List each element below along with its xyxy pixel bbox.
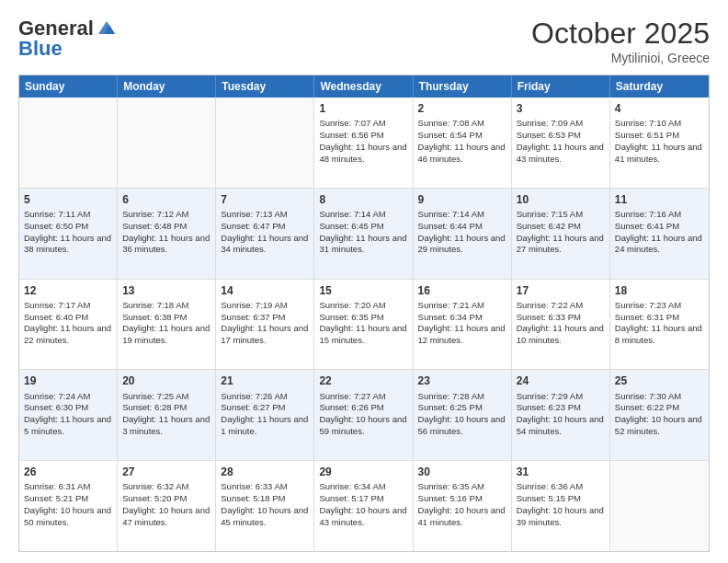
cal-cell-17: 17Sunrise: 7:22 AM Sunset: 6:33 PM Dayli… xyxy=(512,280,610,370)
day-info: Sunrise: 7:16 AM Sunset: 6:41 PM Dayligh… xyxy=(615,209,702,254)
cal-header-wednesday: Wednesday xyxy=(314,75,413,98)
day-number: 26 xyxy=(24,465,112,479)
day-number: 31 xyxy=(517,465,605,479)
day-info: Sunrise: 7:20 AM Sunset: 6:35 PM Dayligh… xyxy=(319,300,406,345)
page: General Blue October 2025 Mytilinioi, Gr… xyxy=(0,0,728,563)
day-number: 8 xyxy=(319,192,407,207)
cal-row-4: 26Sunrise: 6:31 AM Sunset: 5:21 PM Dayli… xyxy=(19,460,709,551)
cal-cell-23: 23Sunrise: 7:28 AM Sunset: 6:25 PM Dayli… xyxy=(414,370,512,460)
cal-row-3: 19Sunrise: 7:24 AM Sunset: 6:30 PM Dayli… xyxy=(19,369,709,460)
month-title: October 2025 xyxy=(531,17,710,51)
day-info: Sunrise: 7:22 AM Sunset: 6:33 PM Dayligh… xyxy=(517,300,604,345)
day-number: 4 xyxy=(615,101,704,116)
day-info: Sunrise: 7:12 AM Sunset: 6:48 PM Dayligh… xyxy=(122,209,210,254)
day-number: 30 xyxy=(418,465,506,479)
cal-cell-8: 8Sunrise: 7:14 AM Sunset: 6:45 PM Daylig… xyxy=(314,189,413,279)
day-number: 6 xyxy=(122,192,210,207)
day-info: Sunrise: 6:34 AM Sunset: 5:17 PM Dayligh… xyxy=(319,481,406,526)
location-subtitle: Mytilinioi, Greece xyxy=(531,51,710,65)
day-number: 24 xyxy=(517,373,605,388)
day-info: Sunrise: 7:11 AM Sunset: 6:50 PM Dayligh… xyxy=(24,209,111,254)
cal-cell-25: 25Sunrise: 7:30 AM Sunset: 6:22 PM Dayli… xyxy=(610,370,709,460)
cal-cell-14: 14Sunrise: 7:19 AM Sunset: 6:37 PM Dayli… xyxy=(216,280,314,370)
day-info: Sunrise: 7:18 AM Sunset: 6:38 PM Dayligh… xyxy=(122,300,210,345)
day-number: 17 xyxy=(517,283,605,298)
day-number: 20 xyxy=(122,373,210,388)
day-info: Sunrise: 6:36 AM Sunset: 5:15 PM Dayligh… xyxy=(517,481,604,526)
cal-cell-5: 5Sunrise: 7:11 AM Sunset: 6:50 PM Daylig… xyxy=(19,189,118,279)
cal-cell-21: 21Sunrise: 7:26 AM Sunset: 6:27 PM Dayli… xyxy=(216,370,314,460)
calendar-body: 1Sunrise: 7:07 AM Sunset: 6:56 PM Daylig… xyxy=(19,98,709,551)
day-info: Sunrise: 6:32 AM Sunset: 5:20 PM Dayligh… xyxy=(122,481,210,526)
day-info: Sunrise: 7:17 AM Sunset: 6:40 PM Dayligh… xyxy=(24,300,111,345)
logo: General Blue xyxy=(18,17,117,61)
day-info: Sunrise: 7:23 AM Sunset: 6:31 PM Dayligh… xyxy=(615,300,702,345)
cal-row-2: 12Sunrise: 7:17 AM Sunset: 6:40 PM Dayli… xyxy=(19,279,709,370)
cal-cell-2: 2Sunrise: 7:08 AM Sunset: 6:54 PM Daylig… xyxy=(414,98,512,188)
cal-cell-28: 28Sunrise: 6:33 AM Sunset: 5:18 PM Dayli… xyxy=(216,461,314,551)
day-info: Sunrise: 7:14 AM Sunset: 6:44 PM Dayligh… xyxy=(418,209,506,254)
day-number: 2 xyxy=(418,101,506,116)
cal-cell-empty xyxy=(19,98,118,188)
cal-header-thursday: Thursday xyxy=(414,75,512,98)
cal-cell-7: 7Sunrise: 7:13 AM Sunset: 6:47 PM Daylig… xyxy=(216,189,314,279)
calendar: SundayMondayTuesdayWednesdayThursdayFrid… xyxy=(18,75,710,552)
cal-cell-4: 4Sunrise: 7:10 AM Sunset: 6:51 PM Daylig… xyxy=(610,98,709,188)
day-number: 18 xyxy=(615,283,704,298)
day-info: Sunrise: 7:08 AM Sunset: 6:54 PM Dayligh… xyxy=(418,118,506,163)
day-number: 3 xyxy=(517,101,605,116)
cal-header-monday: Monday xyxy=(118,75,216,98)
day-number: 21 xyxy=(221,373,309,388)
logo-icon xyxy=(97,17,117,38)
cal-header-sunday: Sunday xyxy=(19,75,118,98)
cal-cell-3: 3Sunrise: 7:09 AM Sunset: 6:53 PM Daylig… xyxy=(512,98,610,188)
day-info: Sunrise: 7:19 AM Sunset: 6:37 PM Dayligh… xyxy=(221,300,308,345)
header: General Blue October 2025 Mytilinioi, Gr… xyxy=(18,17,710,65)
day-number: 10 xyxy=(517,192,605,207)
cal-cell-24: 24Sunrise: 7:29 AM Sunset: 6:23 PM Dayli… xyxy=(512,370,610,460)
cal-cell-13: 13Sunrise: 7:18 AM Sunset: 6:38 PM Dayli… xyxy=(118,280,216,370)
cal-cell-10: 10Sunrise: 7:15 AM Sunset: 6:42 PM Dayli… xyxy=(512,189,610,279)
calendar-header: SundayMondayTuesdayWednesdayThursdayFrid… xyxy=(19,75,709,98)
cal-cell-30: 30Sunrise: 6:35 AM Sunset: 5:16 PM Dayli… xyxy=(414,461,512,551)
day-info: Sunrise: 7:15 AM Sunset: 6:42 PM Dayligh… xyxy=(517,209,604,254)
day-number: 16 xyxy=(418,283,506,298)
day-number: 29 xyxy=(319,465,407,479)
cal-cell-empty xyxy=(610,461,709,551)
day-info: Sunrise: 7:24 AM Sunset: 6:30 PM Dayligh… xyxy=(24,391,111,436)
day-info: Sunrise: 7:30 AM Sunset: 6:22 PM Dayligh… xyxy=(615,391,702,436)
cal-cell-18: 18Sunrise: 7:23 AM Sunset: 6:31 PM Dayli… xyxy=(610,280,709,370)
day-info: Sunrise: 7:10 AM Sunset: 6:51 PM Dayligh… xyxy=(615,118,702,163)
day-info: Sunrise: 7:26 AM Sunset: 6:27 PM Dayligh… xyxy=(221,391,308,436)
title-block: October 2025 Mytilinioi, Greece xyxy=(531,17,710,65)
cal-row-1: 5Sunrise: 7:11 AM Sunset: 6:50 PM Daylig… xyxy=(19,188,709,279)
cal-cell-16: 16Sunrise: 7:21 AM Sunset: 6:34 PM Dayli… xyxy=(414,280,512,370)
day-number: 12 xyxy=(24,283,112,298)
day-number: 7 xyxy=(221,192,309,207)
day-number: 14 xyxy=(221,283,309,298)
day-number: 5 xyxy=(24,192,112,207)
cal-cell-19: 19Sunrise: 7:24 AM Sunset: 6:30 PM Dayli… xyxy=(19,370,118,460)
day-number: 9 xyxy=(418,192,506,207)
cal-cell-22: 22Sunrise: 7:27 AM Sunset: 6:26 PM Dayli… xyxy=(314,370,413,460)
day-number: 13 xyxy=(122,283,210,298)
cal-cell-12: 12Sunrise: 7:17 AM Sunset: 6:40 PM Dayli… xyxy=(19,280,118,370)
cal-cell-15: 15Sunrise: 7:20 AM Sunset: 6:35 PM Dayli… xyxy=(314,280,413,370)
day-info: Sunrise: 7:21 AM Sunset: 6:34 PM Dayligh… xyxy=(418,300,506,345)
cal-header-friday: Friday xyxy=(512,75,610,98)
day-info: Sunrise: 6:35 AM Sunset: 5:16 PM Dayligh… xyxy=(418,481,506,526)
day-number: 1 xyxy=(319,101,407,116)
cal-cell-6: 6Sunrise: 7:12 AM Sunset: 6:48 PM Daylig… xyxy=(118,189,216,279)
day-info: Sunrise: 7:07 AM Sunset: 6:56 PM Dayligh… xyxy=(319,118,406,163)
cal-cell-9: 9Sunrise: 7:14 AM Sunset: 6:44 PM Daylig… xyxy=(414,189,512,279)
day-info: Sunrise: 7:14 AM Sunset: 6:45 PM Dayligh… xyxy=(319,209,406,254)
cal-header-saturday: Saturday xyxy=(610,75,709,98)
day-number: 27 xyxy=(122,465,210,479)
day-number: 23 xyxy=(418,373,506,388)
day-info: Sunrise: 6:33 AM Sunset: 5:18 PM Dayligh… xyxy=(221,481,308,526)
cal-cell-29: 29Sunrise: 6:34 AM Sunset: 5:17 PM Dayli… xyxy=(314,461,413,551)
cal-cell-11: 11Sunrise: 7:16 AM Sunset: 6:41 PM Dayli… xyxy=(610,189,709,279)
day-info: Sunrise: 7:13 AM Sunset: 6:47 PM Dayligh… xyxy=(221,209,308,254)
cal-cell-26: 26Sunrise: 6:31 AM Sunset: 5:21 PM Dayli… xyxy=(19,461,118,551)
day-info: Sunrise: 6:31 AM Sunset: 5:21 PM Dayligh… xyxy=(24,481,111,526)
